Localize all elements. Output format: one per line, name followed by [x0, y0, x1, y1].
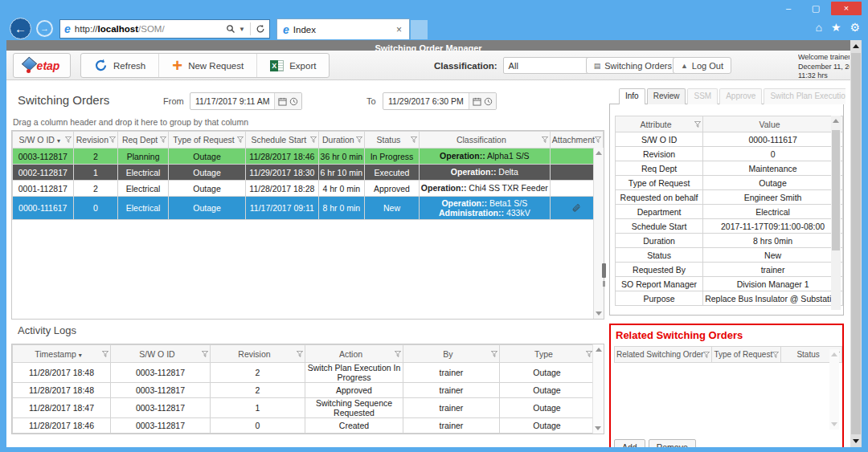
scroll-up-icon[interactable]	[833, 119, 839, 123]
info-row-department[interactable]: DepartmentElectrical	[616, 205, 843, 219]
column-header-timestamp[interactable]: Timestamp▾	[13, 345, 111, 363]
column-header-req-dept[interactable]: Req Dept	[118, 132, 169, 149]
tab-close-icon[interactable]: ×	[395, 24, 403, 35]
calendar-icon[interactable]	[278, 97, 287, 106]
filter-icon[interactable]	[395, 351, 401, 357]
info-row-requested-by[interactable]: Requested Bytrainer	[616, 263, 843, 277]
info-row-s-w-o-id[interactable]: S/W O ID0000-111617	[616, 132, 843, 147]
scroll-down-icon[interactable]	[596, 312, 602, 316]
order-row-0000-111617[interactable]: 0000-1116170ElectricalOutage11/17/2017 0…	[13, 197, 604, 220]
info-row-purpose[interactable]: PurposeReplace Bus Insulator @ Substatio…	[616, 291, 843, 306]
scroll-up-icon[interactable]	[831, 352, 837, 356]
export-button[interactable]: Export	[257, 54, 329, 77]
info-row-req-dept[interactable]: Req DeptMaintenance	[616, 161, 843, 176]
filter-icon[interactable]	[772, 352, 779, 358]
panel-splitter-handle[interactable]	[602, 263, 606, 278]
to-date-input[interactable]: 11/29/2017 6:30 PM	[383, 92, 497, 110]
filter-icon[interactable]	[237, 136, 244, 143]
filter-icon[interactable]	[703, 352, 710, 358]
filter-icon[interactable]	[109, 136, 116, 143]
favorites-star-icon[interactable]: ★	[831, 21, 841, 34]
add-button[interactable]: Add	[614, 439, 645, 447]
logout-button[interactable]: ▲ Log Out	[673, 57, 731, 74]
clock-icon[interactable]	[484, 97, 493, 106]
calendar-icon[interactable]	[473, 97, 481, 106]
forward-icon[interactable]: →	[36, 20, 53, 37]
info-row-revision[interactable]: Revision0	[616, 147, 843, 161]
search-icon[interactable]	[226, 24, 235, 34]
filter-icon[interactable]	[694, 121, 701, 128]
order-row-0001-112817[interactable]: 0001-1128172ElectricalOutage11/28/2017 1…	[13, 181, 604, 197]
scroll-down-icon[interactable]	[831, 422, 837, 426]
column-header-value[interactable]: Value	[703, 116, 843, 132]
url-text[interactable]: http://localhost/SOM/	[75, 24, 226, 34]
column-header-attribute[interactable]: Attribute	[616, 116, 703, 132]
column-header-revision[interactable]: Revision	[73, 132, 118, 149]
tab-approve[interactable]: Approve	[719, 88, 762, 104]
scroll-up-icon[interactable]	[853, 44, 859, 48]
info-row-status[interactable]: StatusNew	[616, 248, 843, 263]
address-bar[interactable]: e http://localhost/SOM/ ▼	[59, 19, 270, 39]
from-date-input[interactable]: 11/17/2017 9:11 AM	[190, 92, 302, 110]
maximize-icon[interactable]: ▢	[804, 2, 828, 15]
clock-icon[interactable]	[289, 97, 298, 106]
column-header-schedule-start[interactable]: Schedule Start	[246, 132, 318, 149]
page-scrollbar[interactable]	[850, 40, 862, 447]
filter-icon[interactable]	[491, 351, 497, 357]
filter-icon[interactable]	[102, 351, 108, 357]
tab-ssm[interactable]: SSM	[687, 88, 718, 104]
filter-icon[interactable]	[202, 351, 208, 357]
orders-scrollbar[interactable]	[593, 148, 604, 319]
filter-icon[interactable]	[297, 351, 303, 357]
scroll-down-icon[interactable]	[595, 426, 601, 430]
activity-row[interactable]: 11/28/2017 18:480003-1128172Approvedtrai…	[13, 383, 595, 398]
activity-scrollbar[interactable]	[592, 344, 604, 434]
column-header-revision[interactable]: Revision	[211, 345, 305, 363]
settings-gear-icon[interactable]: ⚙	[850, 21, 860, 34]
filter-icon[interactable]	[586, 351, 592, 357]
scroll-thumb[interactable]	[851, 53, 861, 434]
column-header-status[interactable]: Status	[365, 132, 420, 149]
browser-tab[interactable]: e Index ×	[276, 18, 410, 39]
panel-splitter-grip[interactable]	[603, 281, 605, 287]
filter-icon[interactable]	[310, 136, 317, 143]
column-header-type-of-request[interactable]: Type of Request	[712, 347, 781, 363]
switching-orders-button[interactable]: ▤ Switching Orders	[586, 57, 680, 74]
minimize-icon[interactable]: –	[776, 2, 800, 15]
column-header-classification[interactable]: Classification	[419, 132, 550, 149]
column-header-action[interactable]: Action	[305, 345, 403, 363]
tab-switch-plan-execution[interactable]: Switch Plan Execution	[764, 88, 845, 104]
info-row-so-report-manager[interactable]: SO Report ManagerDivision Manager 1	[616, 277, 843, 291]
related-scrollbar[interactable]	[829, 349, 839, 430]
column-header-s-w-o-id[interactable]: S/W O ID▾	[13, 132, 74, 149]
column-header-by[interactable]: By	[403, 345, 500, 363]
back-icon[interactable]: ←	[10, 18, 31, 39]
scroll-up-icon[interactable]	[596, 348, 602, 352]
filter-icon[interactable]	[356, 136, 362, 143]
home-icon[interactable]: ⌂	[815, 21, 821, 34]
new-request-button[interactable]: + New Request	[159, 54, 257, 77]
filter-icon[interactable]	[411, 136, 417, 143]
search-dropdown-icon[interactable]: ▼	[239, 26, 245, 33]
tab-info[interactable]: Info	[619, 88, 645, 104]
info-row-schedule-start[interactable]: Schedule Start2017-11-17T09:11:00-08:00	[616, 219, 843, 234]
close-icon[interactable]: ×	[831, 2, 862, 15]
scroll-thumb[interactable]	[832, 130, 840, 250]
remove-button[interactable]: Remove	[649, 439, 696, 447]
info-scrollbar[interactable]	[831, 116, 841, 310]
order-row-0002-112817[interactable]: 0002-1128171ElectricalOutage11/29/2017 1…	[13, 165, 604, 181]
filter-icon[interactable]	[595, 136, 601, 143]
column-header-duration[interactable]: Duration	[318, 132, 365, 149]
refresh-button[interactable]: Refresh	[81, 54, 159, 77]
filter-icon[interactable]	[65, 136, 72, 143]
column-header-type[interactable]: Type	[500, 345, 595, 363]
new-tab-button[interactable]	[411, 20, 428, 39]
refresh-page-icon[interactable]	[256, 24, 265, 34]
activity-row[interactable]: 11/28/2017 18:470003-1128171Switching Se…	[13, 398, 595, 418]
etap-logo-button[interactable]: etap	[13, 53, 71, 78]
filter-icon[interactable]	[160, 136, 166, 143]
column-header-attachment[interactable]: Attachment	[550, 132, 603, 149]
column-header-s-w-o-id[interactable]: S/W O ID	[111, 345, 211, 363]
column-header-type-of-request[interactable]: Type of Request	[169, 132, 246, 149]
order-row-0003-112817[interactable]: 0003-1128172PlanningOutage11/28/2017 18:…	[13, 149, 604, 165]
